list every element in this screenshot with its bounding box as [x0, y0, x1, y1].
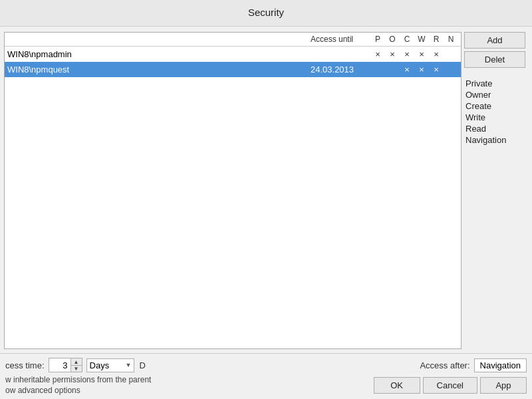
row-col-c: × — [400, 49, 414, 59]
days-select[interactable]: DaysHoursMinutes — [86, 358, 134, 372]
col-header-r: R — [429, 35, 444, 44]
access-after-label: Access after: — [420, 360, 469, 370]
access-after-value: Navigation — [474, 358, 527, 372]
show-advanced-link[interactable]: ow advanced options — [5, 386, 151, 395]
dialog-body: Access until P O C W R N WIN8\npmadmin××… — [0, 27, 532, 353]
spinner-up-button[interactable]: ▲ — [71, 358, 82, 365]
spinner-down-button[interactable]: ▼ — [71, 365, 82, 372]
row-access-until: 24.03.2013 — [311, 65, 370, 74]
col-header-access-until: Access until — [311, 35, 370, 44]
right-panel-top: Add Delet — [464, 32, 525, 68]
table-row[interactable]: WIN8\npmquest24.03.2013××× — [5, 62, 461, 77]
access-time-label: cess time: — [5, 360, 45, 370]
bottom-row1: cess time: ▲ ▼ DaysHoursMinutes D Access… — [5, 358, 527, 372]
row-col-r: × — [429, 49, 444, 59]
days-select-wrapper: DaysHoursMinutes — [86, 358, 134, 372]
apply-button[interactable]: App — [480, 377, 527, 394]
col-header-n: N — [444, 35, 458, 44]
right-panel: Add Delet PrivateOwnerCreateWriteReadNav… — [462, 32, 528, 349]
d-label: D — [140, 360, 146, 370]
legend-item: Private — [466, 78, 525, 88]
legend-section: PrivateOwnerCreateWriteReadNavigation — [464, 78, 525, 145]
table-row[interactable]: WIN8\npmadmin××××× — [5, 47, 461, 62]
spinner-buttons: ▲ ▼ — [70, 358, 82, 372]
cancel-button[interactable]: Cancel — [423, 377, 477, 394]
col-header-w: W — [414, 35, 429, 44]
legend-item: Owner — [466, 90, 525, 100]
spinner-input[interactable] — [49, 359, 70, 372]
dialog-title: Security — [0, 0, 532, 27]
row-name: WIN8\npmquest — [7, 65, 311, 74]
row-name: WIN8\npmadmin — [7, 49, 311, 59]
legend-item: Write — [466, 112, 525, 122]
bottom-row2: w inheritable permissions from the paren… — [5, 375, 527, 395]
row-col-r: × — [429, 65, 444, 74]
legend-item: Create — [466, 101, 525, 111]
legend-item: Navigation — [466, 135, 525, 145]
row-col-w: × — [414, 49, 429, 59]
legend-item: Read — [466, 124, 525, 134]
row-col-c: × — [400, 65, 414, 74]
spinner-wrapper: ▲ ▼ — [49, 358, 82, 372]
title-text: Security — [248, 7, 284, 18]
bottom-main: w inheritable permissions from the paren… — [5, 375, 151, 395]
delete-button[interactable]: Delet — [464, 51, 525, 68]
col-header-c: C — [400, 35, 414, 44]
row-col-p: × — [370, 49, 385, 59]
add-button[interactable]: Add — [464, 32, 525, 49]
ok-button[interactable]: OK — [374, 377, 420, 394]
col-header-name — [7, 35, 311, 44]
row-col-w: × — [414, 65, 429, 74]
col-header-o: O — [385, 35, 400, 44]
col-header-p: P — [370, 35, 385, 44]
inherit-text: w inheritable permissions from the paren… — [5, 375, 151, 384]
permissions-table: Access until P O C W R N WIN8\npmadmin××… — [4, 32, 462, 349]
row-col-o: × — [385, 49, 400, 59]
table-rows: WIN8\npmadmin×××××WIN8\npmquest24.03.201… — [5, 47, 461, 348]
table-header: Access until P O C W R N — [5, 33, 461, 47]
bottom-panel: cess time: ▲ ▼ DaysHoursMinutes D Access… — [0, 353, 532, 399]
